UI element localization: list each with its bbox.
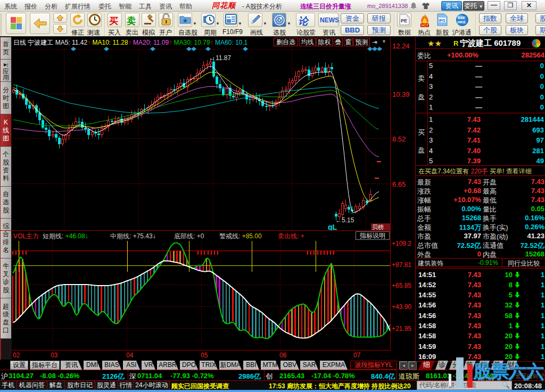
svg-text:05: 05: [201, 352, 208, 359]
svg-text:qL: qL: [328, 223, 337, 231]
svg-text:HOT: HOT: [422, 23, 429, 27]
svg-text:←5.15: ←5.15: [335, 216, 354, 224]
svg-text:06: 06: [279, 352, 287, 359]
svg-text:贝榜: 贝榜: [372, 224, 384, 230]
svg-text:02: 02: [13, 352, 20, 359]
svg-text:←11.87: ←11.87: [209, 54, 231, 62]
svg-text:PE: PE: [401, 18, 407, 23]
svg-text:IPO: IPO: [439, 19, 446, 22]
svg-text:HKE: HKE: [458, 20, 466, 24]
svg-text:07: 07: [353, 352, 361, 359]
svg-text:03: 03: [51, 352, 58, 359]
svg-text:04: 04: [126, 352, 134, 359]
